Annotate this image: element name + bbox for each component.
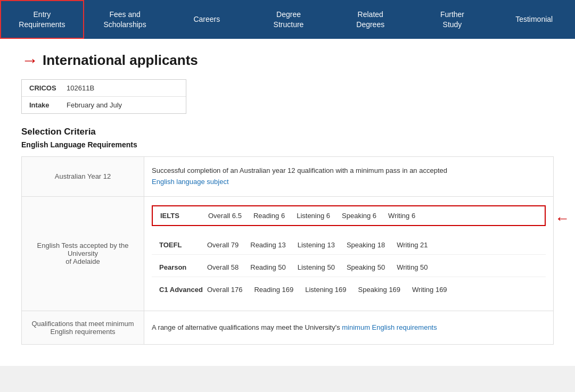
table-row-qualifications: Qualifications that meet minimum English… [22,311,554,344]
pearson-name: Pearson [159,263,207,271]
cricos-row: CRICOS 102611B [22,80,186,97]
pearson-scores: Overall 58 Reading 50 Listening 50 Speak… [207,263,428,271]
nav-degree-structure[interactable]: DegreeStructure [248,0,330,39]
intake-row: Intake February and July [22,97,186,113]
ielts-listening: Listening 6 [297,212,330,220]
pearson-writing: Writing 50 [397,263,428,271]
toefl-row: TOEFL Overall 79 Reading 13 Listening 13… [152,236,546,255]
aus-year12-content: Successful completion of an Australian y… [144,157,554,197]
nav-entry-requirements[interactable]: EntryRequirements [0,0,84,39]
pearson-listening: Listening 50 [298,263,335,271]
nav-testimonial[interactable]: Testimonial [493,0,575,39]
qual-content: A range of alternative qualifications ma… [144,311,554,344]
c1-scores: Overall 176 Reading 169 Listening 169 Sp… [207,286,447,294]
nav-further-study[interactable]: FurtherStudy [412,0,494,39]
requirements-table: Australian Year 12 Successful completion… [21,156,554,345]
ielts-wrapper: IELTS Overall 6.5 Reading 6 Listening 6 … [152,205,546,232]
nav-fees-scholarships[interactable]: Fees andScholarships [84,0,166,39]
c1-row: C1 Advanced Overall 176 Reading 169 List… [152,280,546,299]
ielts-row: IELTS Overall 6.5 Reading 6 Listening 6 … [152,205,546,226]
c1-writing: Writing 169 [412,286,447,294]
page-title: International applicants [43,52,198,69]
toefl-writing: Writing 21 [397,241,428,249]
aus-year12-label: Australian Year 12 [22,157,144,197]
english-tests-content: IELTS Overall 6.5 Reading 6 Listening 6 … [144,196,554,311]
ielts-writing: Writing 6 [388,212,415,220]
intake-label: Intake [29,101,67,109]
toefl-speaking: Speaking 18 [347,241,385,249]
pearson-row: Pearson Overall 58 Reading 50 Listening … [152,258,546,277]
minimum-english-requirements-link[interactable]: minimum English requirements [342,323,437,331]
table-row-english-tests: English Tests accepted by the University… [22,196,554,311]
qual-text: A range of alternative qualifications ma… [152,322,546,333]
toefl-name: TOEFL [159,241,207,249]
c1-speaking: Speaking 169 [358,286,401,294]
ielts-red-arrow: ← [555,210,570,227]
toefl-reading: Reading 13 [250,241,286,249]
c1-reading: Reading 169 [254,286,293,294]
cricos-label: CRICOS [29,84,67,92]
intake-value: February and July [67,101,122,109]
english-language-title: English Language Requirements [21,140,554,149]
english-language-subject-link[interactable]: English language subject [152,178,229,186]
c1-overall: Overall 176 [207,286,242,294]
toefl-overall: Overall 79 [207,241,239,249]
c1-name: C1 Advanced [159,286,207,294]
toefl-scores: Overall 79 Reading 13 Listening 13 Speak… [207,241,428,249]
english-tests-label: English Tests accepted by the University… [22,196,144,311]
pearson-overall: Overall 58 [207,263,239,271]
navigation-bar: EntryRequirements Fees andScholarships C… [0,0,575,39]
ielts-overall: Overall 6.5 [208,212,242,220]
main-content: → International applicants CRICOS 102611… [0,39,575,366]
nav-related-degrees[interactable]: RelatedDegrees [330,0,412,39]
info-box: CRICOS 102611B Intake February and July [21,79,186,114]
table-row-aus-year12: Australian Year 12 Successful completion… [22,157,554,197]
nav-careers[interactable]: Careers [166,0,248,39]
ielts-name: IELTS [160,212,208,220]
cricos-value: 102611B [67,84,94,92]
toefl-listening: Listening 13 [298,241,335,249]
red-arrow-annotation-title: → [21,52,38,69]
ielts-reading: Reading 6 [253,212,285,220]
ielts-speaking: Speaking 6 [342,212,376,220]
aus-year12-text: Successful completion of an Australian y… [152,165,546,188]
pearson-speaking: Speaking 50 [347,263,385,271]
selection-criteria-title: Selection Criteria [21,127,554,137]
pearson-reading: Reading 50 [250,263,286,271]
c1-listening: Listening 169 [305,286,346,294]
qual-label: Qualifications that meet minimum English… [22,311,144,344]
ielts-scores: Overall 6.5 Reading 6 Listening 6 Speaki… [208,212,415,220]
